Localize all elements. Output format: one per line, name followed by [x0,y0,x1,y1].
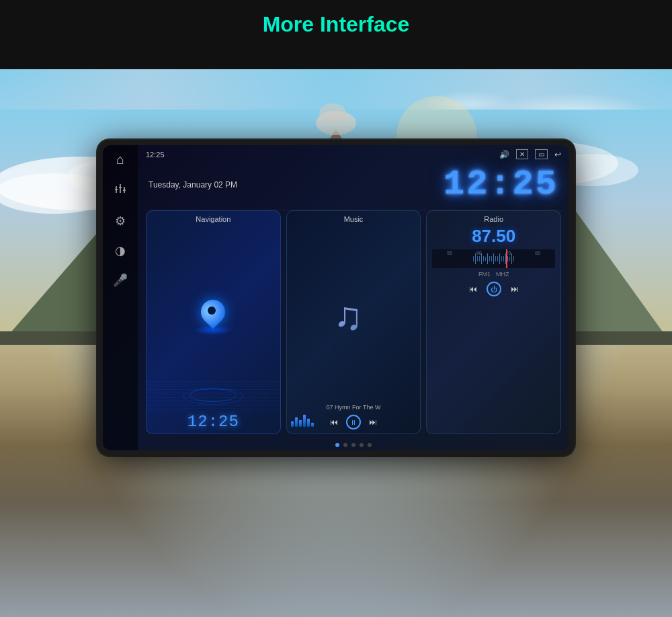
svg-text:♫: ♫ [333,294,363,337]
page-header: More Interface [0,0,672,46]
radio-frequency: 87.50 [427,224,560,248]
music-play-button[interactable]: ⏸ [346,415,361,429]
music-note-icon: ♫ [330,290,377,337]
svg-rect-18 [119,187,122,188]
volume-icon[interactable]: 🔊 [499,150,509,159]
back-icon[interactable]: ↩ [554,150,561,159]
big-clock: 12:25 [444,165,558,204]
svg-rect-15 [120,184,121,193]
radio-prev-button[interactable]: ⏮ [469,284,477,294]
header-arrow [317,46,355,69]
radio-card[interactable]: Radio 87.50 [426,210,561,434]
cards-section: Navigation [138,210,569,440]
window-icon[interactable]: ▭ [535,149,548,159]
page-dots [138,440,569,450]
radio-tuner[interactable]: 50 60 70 80 [432,249,555,268]
svg-rect-19 [123,190,126,191]
radio-power-button[interactable]: ⏻ [487,282,501,296]
music-note-area: ♫ [287,224,421,403]
nav-clock: 12:25 [146,410,280,434]
radio-controls: ⏮ ⏻ ⏭ [427,279,560,300]
device-frame: ⌂ ⚙ ◑ 🎤 [97,140,575,456]
radio-band-info: FM1 MHZ [427,270,560,279]
date-label: Tuesday, January 02 PM [149,180,237,190]
status-bar: 12:25 🔊 ✕ ▭ ↩ [138,145,569,162]
page-dot-2[interactable] [343,443,347,447]
main-content: 12:25 🔊 ✕ ▭ ↩ Tuesday, January 02 PM 12:… [138,145,569,450]
radio-band-label: FM1 [478,271,491,278]
page-dot-5[interactable] [368,443,372,447]
equalizer-icon[interactable] [114,182,127,199]
mic-icon[interactable]: 🎤 [113,273,128,288]
music-card-title: Music [287,211,421,224]
radio-next-button[interactable]: ⏭ [511,284,519,294]
music-song-title: 07 Hymn For The W [287,403,421,412]
left-sidebar: ⌂ ⚙ ◑ 🎤 [103,145,138,450]
page-dot-4[interactable] [360,443,364,447]
close-icon[interactable]: ✕ [516,149,528,159]
page-dot-3[interactable] [351,443,355,447]
contrast-icon[interactable]: ◑ [115,243,126,258]
svg-rect-17 [115,189,118,190]
music-next-button[interactable]: ⏭ [369,417,377,427]
svg-point-11 [319,104,346,122]
page-title: More Interface [0,12,672,37]
radio-card-title: Radio [427,211,560,224]
music-card[interactable]: Music ♫ [286,210,421,434]
navigation-card[interactable]: Navigation [146,210,281,434]
nav-card-title: Navigation [146,211,280,224]
settings-icon[interactable]: ⚙ [115,214,126,229]
home-icon[interactable]: ⌂ [116,152,124,167]
radio-unit-label: MHZ [496,271,509,278]
music-prev-button[interactable]: ⏮ [330,417,338,427]
background-area: ⌂ ⚙ ◑ 🎤 [0,69,672,617]
clock-section: Tuesday, January 02 PM 12:25 [138,162,569,210]
status-time: 12:25 [146,151,165,159]
device-screen: ⌂ ⚙ ◑ 🎤 [103,145,569,450]
page-dot-1[interactable] [335,443,339,447]
